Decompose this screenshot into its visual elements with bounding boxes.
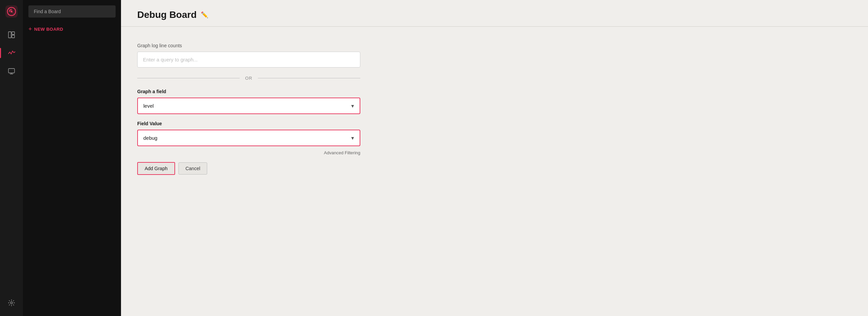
graph-log-label: Graph log line counts: [137, 43, 544, 48]
field-value-select[interactable]: debug info warn error: [138, 130, 360, 146]
svg-point-8: [10, 302, 13, 304]
form-actions: Add Graph Cancel: [137, 162, 544, 175]
page-header: Debug Board ✏️: [121, 0, 868, 27]
new-board-button[interactable]: + NEW BOARD: [23, 23, 121, 35]
or-line-right: [258, 78, 360, 78]
page-title: Debug Board: [137, 9, 197, 20]
form-area: Graph log line counts OR Graph a field l…: [121, 27, 560, 191]
cancel-button[interactable]: Cancel: [178, 162, 208, 175]
or-text: OR: [245, 76, 252, 81]
activity-nav-item[interactable]: [0, 44, 23, 62]
sidebar: Find a Board + NEW BOARD: [23, 0, 121, 316]
or-line-left: [137, 78, 240, 78]
advanced-filtering-link[interactable]: Advanced Filtering: [137, 150, 360, 155]
settings-nav-item[interactable]: [0, 294, 23, 312]
graph-field-select[interactable]: level service host severity: [138, 98, 360, 113]
query-input[interactable]: [137, 52, 360, 68]
or-divider: OR: [137, 76, 360, 81]
app-logo[interactable]: [4, 4, 19, 19]
svg-rect-2: [8, 32, 11, 38]
edit-title-icon[interactable]: ✏️: [201, 11, 208, 19]
graph-field-label: Graph a field: [137, 89, 544, 94]
monitor-nav-item[interactable]: [0, 62, 23, 80]
add-graph-button[interactable]: Add Graph: [137, 162, 175, 175]
new-board-label: NEW BOARD: [34, 27, 63, 32]
svg-rect-4: [12, 35, 15, 38]
panels-nav-item[interactable]: [0, 26, 23, 44]
find-board-button[interactable]: Find a Board: [28, 5, 116, 18]
field-value-select-wrapper: debug info warn error ▼: [137, 130, 360, 146]
field-value-label: Field Value: [137, 121, 544, 126]
svg-rect-5: [8, 69, 15, 73]
main-content: Debug Board ✏️ Graph log line counts OR …: [121, 0, 868, 316]
graph-field-select-wrapper: level service host severity ▼: [137, 98, 360, 114]
new-board-plus-icon: +: [28, 26, 32, 33]
icon-bar: [0, 0, 23, 316]
svg-rect-3: [12, 32, 15, 34]
